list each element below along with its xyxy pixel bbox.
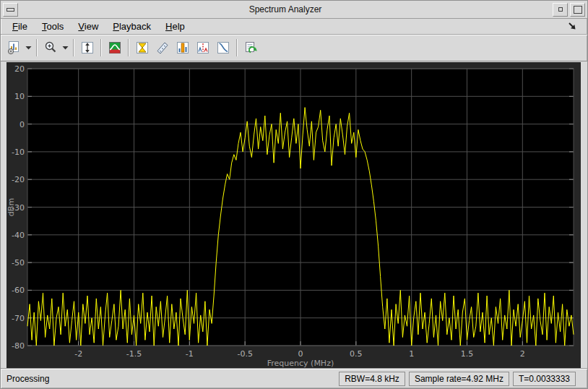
menu-file[interactable]: File [5, 20, 35, 33]
ccdf-measurements-button[interactable] [213, 38, 233, 58]
toolbar-separator [236, 39, 238, 56]
svg-text:-10: -10 [12, 148, 25, 157]
svg-text:0: 0 [20, 120, 25, 129]
svg-text:-1.5: -1.5 [126, 349, 142, 359]
minimize-icon [558, 7, 563, 12]
svg-text:-40: -40 [12, 231, 25, 240]
maximize-icon [574, 6, 582, 14]
dock-button[interactable] [567, 20, 577, 33]
svg-text:0.5: 0.5 [350, 349, 363, 359]
svg-text:-20: -20 [12, 175, 25, 184]
toolbar-separator [36, 39, 38, 56]
cursor-measurements-icon [135, 40, 150, 55]
fit-to-view-button[interactable] [77, 38, 98, 58]
svg-text:Frequency (MHz): Frequency (MHz) [267, 359, 334, 368]
spectrum-settings-icon [108, 40, 122, 55]
window-menu-icon [7, 8, 14, 12]
svg-text:2: 2 [520, 349, 525, 359]
dropdown-caret-icon [62, 46, 69, 50]
cursor-measurements-button[interactable] [132, 38, 152, 58]
playback-button[interactable] [241, 38, 261, 58]
display-options-menu-button[interactable] [24, 38, 33, 57]
maximize-button[interactable] [570, 3, 585, 17]
titlebar: Spectrum Analyzer [1, 1, 587, 19]
minimize-button[interactable] [553, 3, 568, 17]
svg-text:20: 20 [14, 64, 25, 74]
fit-to-view-icon [80, 40, 95, 55]
svg-text:-70: -70 [12, 314, 25, 323]
ccdf-measurements-icon [216, 40, 230, 55]
svg-text:-2: -2 [74, 349, 82, 359]
window-menu-button[interactable] [3, 3, 18, 17]
menubar: File Tools View Playback Help [1, 19, 587, 35]
toolbar-separator [128, 39, 129, 56]
spectral-mask-icon [155, 40, 170, 55]
menu-playback[interactable]: Playback [105, 20, 158, 33]
svg-text:-80: -80 [12, 341, 25, 351]
spectrum-plot: 20100-10-20-30-40-50-60-70-80-2-1.5-1-0.… [7, 62, 581, 369]
display-options-button[interactable] [4, 38, 24, 58]
zoom-button[interactable] [40, 38, 61, 58]
peak-finder-button[interactable] [173, 38, 193, 58]
svg-text:-1: -1 [186, 349, 194, 359]
time-panel: T=0.0033333 [513, 372, 576, 386]
spectrum-analyzer-window: Spectrum Analyzer File Tools View Playba… [0, 0, 588, 389]
svg-text:dBm: dBm [7, 198, 16, 216]
dock-arrow-icon [567, 21, 577, 30]
status-text: Processing [7, 374, 49, 384]
zoom-menu-button[interactable] [61, 38, 70, 57]
statusbar: Processing RBW=4.8 kHz Sample rate=4.92 … [1, 369, 587, 388]
dropdown-caret-icon [25, 46, 32, 50]
peak-finder-icon [176, 40, 190, 55]
svg-text:1.5: 1.5 [461, 349, 474, 359]
toolbar-separator [100, 39, 102, 56]
svg-text:-50: -50 [12, 258, 25, 268]
distortion-measurements-icon [196, 40, 210, 55]
menu-tools[interactable]: Tools [35, 20, 71, 33]
sample-rate-panel: Sample rate=4.92 MHz [409, 372, 509, 386]
figure-area: 20100-10-20-30-40-50-60-70-80-2-1.5-1-0.… [1, 61, 587, 369]
svg-text:1: 1 [409, 349, 414, 359]
toolbar [1, 35, 587, 61]
window-title: Spectrum Analyzer [18, 4, 553, 14]
svg-text:0: 0 [298, 349, 303, 359]
svg-text:10: 10 [14, 92, 25, 101]
playback-icon [243, 40, 258, 55]
rbw-panel: RBW=4.8 kHz [339, 372, 405, 386]
toolbar-separator [73, 39, 74, 56]
menu-help[interactable]: Help [158, 20, 192, 33]
spectral-mask-button[interactable] [152, 38, 173, 58]
menu-view[interactable]: View [71, 20, 105, 33]
display-options-icon [7, 40, 21, 55]
svg-text:-60: -60 [12, 286, 25, 295]
zoom-icon [43, 40, 58, 55]
svg-text:-0.5: -0.5 [237, 349, 252, 359]
distortion-measurements-button[interactable] [193, 38, 213, 58]
spectrum-settings-button[interactable] [105, 38, 125, 58]
